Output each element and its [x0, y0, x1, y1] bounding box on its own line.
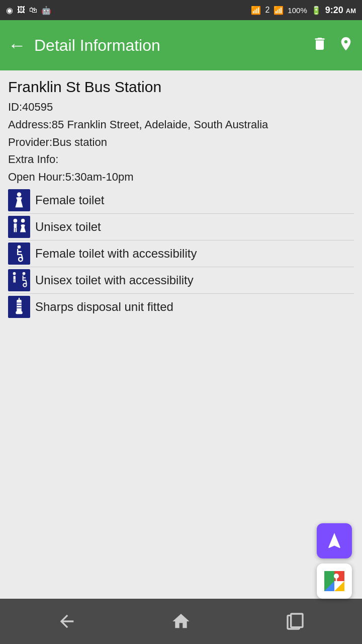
svg-rect-12 — [15, 279, 16, 283]
location-open-hour: Open Hour:5:30am-10pm — [8, 170, 354, 185]
svg-point-21 — [334, 574, 339, 579]
female-toilet-icon — [8, 189, 30, 211]
google-maps-fab-button[interactable] — [317, 564, 352, 599]
svg-rect-23 — [291, 614, 302, 627]
feature-list: Female toilet Unisex toilet — [8, 187, 354, 320]
location-provider: Provider:Bus station — [8, 135, 354, 150]
unisex-toilet-icon — [8, 216, 30, 238]
svg-rect-4 — [14, 228, 15, 232]
feature-label-4: Sharps disposal unit fitted — [35, 300, 173, 314]
feature-row-sharps: Sharps disposal unit fitted — [8, 294, 354, 320]
bag-icon: 🛍 — [29, 6, 37, 15]
status-bar-left: ◉ 🖼 🛍 🤖 — [6, 6, 51, 15]
page-title: Detail Information — [34, 36, 312, 55]
svg-point-2 — [14, 219, 18, 223]
feature-row-female-accessible: Female toilet with accessibility — [8, 240, 354, 267]
fab-area — [317, 523, 352, 599]
delete-button[interactable] — [312, 36, 328, 55]
home-nav-button[interactable] — [161, 606, 201, 636]
feature-label-2: Female toilet with accessibility — [35, 247, 197, 261]
feature-label-0: Female toilet — [35, 193, 104, 207]
feature-row-unisex-accessible: Unisex toilet with accessibility — [8, 267, 354, 294]
location-name: Franklin St Bus Station — [8, 78, 354, 96]
svg-point-7 — [18, 245, 21, 249]
app-bar: ← Detail Information — [0, 20, 362, 70]
svg-point-0 — [17, 192, 22, 197]
android-icon: 🤖 — [41, 6, 51, 15]
signal-icon: 📶 — [274, 6, 284, 15]
svg-point-8 — [19, 258, 23, 262]
feature-row-unisex-toilet: Unisex toilet — [8, 214, 354, 240]
svg-point-14 — [23, 283, 27, 287]
screen-icon: ◉ — [6, 6, 13, 15]
status-time: 9:20 AM — [325, 5, 356, 16]
svg-rect-10 — [14, 276, 16, 279]
content-area: Franklin St Bus Station ID:40595 Address… — [0, 70, 362, 599]
app-bar-actions — [312, 36, 354, 55]
nav-bar — [0, 599, 362, 644]
map-pin-button[interactable] — [338, 36, 354, 55]
svg-rect-15 — [17, 300, 22, 312]
back-nav-button[interactable] — [47, 606, 87, 636]
battery-icon: 🔋 — [311, 6, 321, 15]
svg-rect-16 — [16, 311, 22, 314]
feature-label-1: Unisex toilet — [35, 220, 101, 234]
svg-rect-5 — [16, 228, 17, 232]
location-address: Address:85 Franklin Street, Adelaide, So… — [8, 117, 354, 133]
feature-label-3: Unisex toilet with accessibility — [35, 273, 194, 287]
svg-point-9 — [13, 272, 16, 275]
unisex-accessible-icon — [8, 269, 30, 291]
back-button[interactable]: ← — [8, 36, 26, 54]
svg-rect-11 — [14, 279, 15, 283]
image-icon: 🖼 — [17, 6, 25, 15]
female-accessible-icon — [8, 243, 30, 265]
svg-point-13 — [23, 272, 26, 275]
svg-rect-3 — [14, 223, 17, 228]
location-id: ID:40595 — [8, 100, 354, 115]
navigation-fab-button[interactable] — [317, 523, 352, 558]
recents-nav-button[interactable] — [275, 606, 315, 636]
wifi-icon: 📶 — [251, 6, 261, 15]
sharps-icon — [8, 296, 30, 318]
sim-icon: 2 — [265, 6, 269, 15]
status-bar: ◉ 🖼 🛍 🤖 📶 2 📶 100% 🔋 9:20 AM — [0, 0, 362, 20]
svg-point-6 — [21, 219, 25, 223]
status-bar-right: 📶 2 📶 100% 🔋 9:20 AM — [251, 5, 356, 16]
feature-row-female-toilet: Female toilet — [8, 187, 354, 214]
battery-level: 100% — [288, 6, 307, 15]
location-extra-info: Extra Info: — [8, 152, 354, 168]
